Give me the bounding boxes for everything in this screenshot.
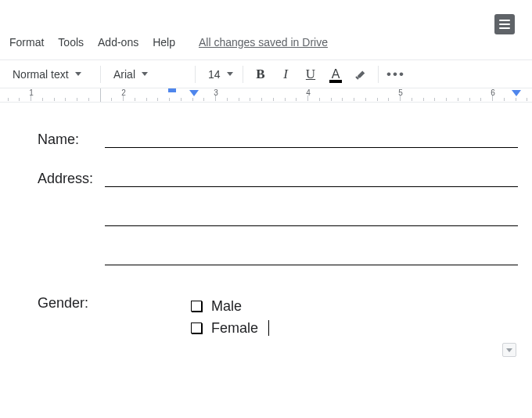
gender-option-male: Male [191, 295, 269, 317]
highlighter-icon [354, 67, 368, 81]
text-color-button[interactable]: A [325, 63, 347, 85]
italic-button[interactable]: I [275, 63, 297, 85]
comment-history-button[interactable] [494, 14, 515, 34]
italic-icon: I [283, 67, 288, 82]
document-page[interactable]: Name: Address: Gender: Male Female [0, 103, 532, 339]
gender-option-female: Female [191, 317, 269, 339]
ruler-tick [285, 98, 286, 101]
name-label: Name: [38, 132, 105, 148]
more-icon: ••• [386, 67, 405, 82]
ruler-tick [169, 98, 170, 101]
ruler-tick [250, 98, 250, 101]
chevron-down-icon [506, 348, 512, 352]
chevron-down-icon [227, 72, 233, 76]
underline-icon: U [306, 67, 315, 82]
paragraph-style-dropdown[interactable]: Normal text [6, 63, 94, 85]
ruler-tick [307, 95, 308, 101]
menu-format[interactable]: Format [9, 36, 44, 49]
font-size-dropdown[interactable]: 14 [202, 63, 236, 85]
ruler-tick [19, 98, 20, 101]
formatting-toolbar: Normal text Arial 14 B I U A ••• [0, 60, 532, 88]
ruler-tick [388, 98, 389, 101]
ruler-tick [88, 98, 89, 101]
ruler-tick [123, 95, 124, 101]
horizontal-ruler[interactable]: 1 2 3 4 5 6 [0, 88, 532, 103]
chevron-down-icon [142, 72, 148, 76]
ruler-tick [65, 98, 66, 101]
ruler-tick [135, 98, 135, 101]
address-label: Address: [38, 171, 105, 187]
ruler-tick [377, 98, 378, 101]
ruler-tick [527, 98, 527, 101]
ruler-tick [412, 98, 412, 101]
menu-help[interactable]: Help [153, 36, 175, 49]
address-blank-line [105, 170, 518, 187]
toolbar-separator [243, 66, 243, 83]
name-blank-line [105, 131, 518, 148]
ruler-tick [157, 98, 158, 101]
toolbar-separator [378, 66, 379, 83]
right-indent-marker[interactable] [512, 90, 521, 96]
ruler-tick [319, 98, 320, 101]
ruler-tick [203, 98, 204, 101]
ruler-tick [42, 98, 43, 101]
ruler-tick [400, 95, 401, 101]
comment-icon-bar [499, 20, 510, 21]
ruler-tick [261, 98, 262, 101]
first-line-indent-marker[interactable] [168, 88, 176, 92]
ruler-tick [365, 98, 366, 101]
ruler-tick [100, 98, 101, 101]
menu-bar: Format Tools Add-ons Help All changes sa… [0, 30, 532, 55]
form-row-address-2 [38, 209, 518, 226]
font-family-label: Arial [113, 68, 135, 81]
ruler-tick [31, 95, 31, 101]
toolbar-separator [100, 66, 101, 83]
ruler-tick [434, 98, 435, 101]
ruler-tick [331, 98, 332, 101]
ruler-tick [354, 98, 354, 101]
font-size-label: 14 [208, 68, 221, 81]
ruler-tick [215, 95, 216, 101]
explore-button[interactable] [502, 343, 516, 357]
menu-tools[interactable]: Tools [58, 36, 84, 49]
comment-icon-bar [499, 23, 510, 25]
ruler-tick [77, 98, 77, 101]
bold-button[interactable]: B [250, 63, 271, 85]
left-indent-marker[interactable] [189, 90, 199, 96]
address-blank-line [105, 209, 518, 226]
font-family-dropdown[interactable]: Arial [107, 63, 189, 85]
ruler-tick [181, 98, 182, 101]
ruler-ticks: 1 2 3 4 5 6 [0, 88, 532, 102]
ruler-tick [480, 98, 481, 101]
bold-icon: B [256, 67, 264, 82]
ruler-tick [504, 98, 505, 101]
ruler-tick [273, 98, 274, 101]
underline-button[interactable]: U [300, 63, 322, 85]
save-status-link[interactable]: All changes saved in Drive [199, 36, 328, 49]
more-tools-button[interactable]: ••• [385, 63, 407, 85]
ruler-tick [423, 98, 424, 101]
ruler-tick [342, 98, 343, 101]
text-cursor [268, 320, 269, 336]
ruler-tick [516, 98, 516, 101]
ruler-tick [239, 98, 239, 101]
chevron-down-icon [75, 72, 81, 76]
ruler-tick [458, 98, 458, 101]
form-row-address-3 [38, 248, 518, 265]
ruler-tick [446, 98, 447, 101]
ruler-tick [227, 98, 228, 101]
checkbox-icon [191, 301, 202, 312]
menu-addons[interactable]: Add-ons [98, 36, 138, 49]
address-blank-line [105, 248, 518, 265]
option-female-label: Female [211, 317, 258, 339]
ruler-tick [8, 98, 9, 101]
ruler-tick [146, 98, 147, 101]
ruler-tick [54, 98, 55, 101]
toolbar-separator [195, 66, 196, 83]
text-color-swatch [329, 80, 342, 83]
ruler-tick [469, 98, 470, 101]
form-row-name: Name: [38, 131, 518, 148]
highlight-color-button[interactable] [350, 63, 372, 85]
ruler-tick [111, 98, 112, 101]
option-male-label: Male [211, 295, 242, 317]
